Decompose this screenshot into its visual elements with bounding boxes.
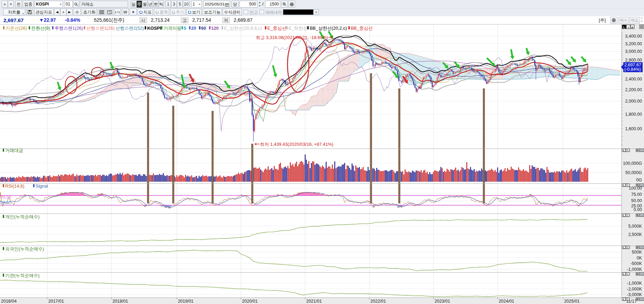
svg-text:L: L	[623, 149, 625, 152]
svg-text:2016/04: 2016/04	[1, 299, 17, 304]
svg-text:2023/01: 2023/01	[435, 299, 450, 304]
svg-text:0G: 0G	[636, 178, 642, 182]
svg-text:2017/01: 2017/01	[48, 299, 64, 304]
svg-text:I: I	[627, 184, 628, 187]
svg-text:2022/01: 2022/01	[370, 299, 386, 304]
svg-text:개인(누적순매수): 개인(누적순매수)	[5, 214, 40, 219]
svg-text:거래대금: 거래대금	[5, 148, 23, 153]
svg-text:X: X	[641, 273, 643, 275]
svg-text:2018/01: 2018/01	[113, 299, 128, 304]
svg-text:I: I	[627, 214, 628, 217]
svg-text:전환선(9): 전환선(9)	[31, 26, 50, 31]
svg-text:2,500K: 2,500K	[628, 232, 642, 237]
svg-text:선행스팬1(26): 선행스팬1(26)	[86, 26, 115, 31]
svg-text:기관(누적순매수): 기관(누적순매수)	[5, 273, 40, 278]
svg-text:100,000G: 100,000G	[623, 161, 642, 166]
svg-text:BB_중심선: BB_중심선	[351, 26, 373, 31]
svg-text:-1,000K: -1,000K	[627, 267, 642, 272]
svg-text:RSI(14,6): RSI(14,6)	[5, 183, 25, 189]
svg-text:BB_상한선(20,2,c): BB_상한선(20,2,c)	[310, 26, 347, 31]
svg-text:R: R	[632, 26, 634, 29]
svg-text:기준선(26): 기준선(26)	[6, 26, 27, 31]
svg-text:I: I	[627, 149, 628, 152]
svg-text:최고 3,316.08(2021/06/21, -18.65: 최고 3,316.08(2021/06/21, -18.65%)	[256, 35, 328, 40]
svg-text:X: X	[641, 184, 643, 187]
svg-text:X: X	[641, 149, 643, 152]
svg-text:5: 5	[184, 26, 186, 31]
svg-text:2,800.00: 2,800.00	[625, 58, 642, 63]
svg-text:Signal: Signal	[36, 183, 48, 189]
svg-text:X: X	[641, 214, 643, 217]
svg-text:L: L	[623, 298, 625, 301]
svg-text:가격이평: 가격이평	[163, 26, 181, 31]
svg-text:I: I	[627, 273, 628, 275]
svg-text:L: L	[623, 214, 625, 217]
svg-text:L: L	[623, 246, 625, 249]
svg-text:2,697.67: 2,697.67	[624, 63, 641, 67]
svg-text:3,400.00: 3,400.00	[625, 34, 642, 39]
svg-text:-2,000K: -2,000K	[627, 287, 642, 292]
svg-text:2021/01: 2021/01	[306, 299, 322, 304]
svg-text:KOSPI: KOSPI	[147, 26, 161, 31]
svg-text:120: 120	[211, 26, 219, 31]
svg-text:50,000G: 50,000G	[625, 170, 642, 175]
svg-text:2024/01: 2024/01	[499, 299, 514, 304]
svg-text:500K: 500K	[632, 250, 642, 255]
svg-text:2020/01: 2020/01	[242, 299, 257, 304]
svg-text:1,600.00: 1,600.00	[625, 126, 642, 131]
svg-text:2,400.00: 2,400.00	[625, 77, 642, 82]
svg-text:3,000.00: 3,000.00	[625, 49, 642, 54]
svg-text:-3,000K: -3,000K	[627, 292, 642, 297]
svg-text:2025/01: 2025/01	[564, 299, 579, 304]
svg-text:0.00: 0.00	[634, 207, 642, 212]
svg-text:I: I	[627, 298, 628, 301]
svg-text:X: X	[641, 246, 643, 249]
svg-text:1,800.00: 1,800.00	[625, 112, 642, 117]
svg-text:-1,000K: -1,000K	[627, 281, 642, 286]
svg-text:5,000K: 5,000K	[628, 224, 642, 229]
svg-text:30.00: 30.00	[1, 200, 11, 205]
svg-text:-500K: -500K	[631, 261, 642, 266]
svg-text:L: L	[623, 184, 625, 187]
svg-text:60: 60	[201, 26, 206, 31]
svg-text:E_상한선(20,6,6,c): E_상한선(20,6,6,c)	[224, 26, 262, 31]
svg-text:75.00: 75.00	[631, 192, 642, 197]
svg-text:E_하한선: E_하한선	[289, 26, 308, 31]
svg-text:2019/01: 2019/01	[178, 299, 193, 304]
svg-text:I: I	[628, 26, 628, 29]
svg-text:후행스팬1(26): 후행스팬1(26)	[55, 26, 83, 31]
svg-text:최저 1,439.43(2020/03/16, +87.41: 최저 1,439.43(2020/03/16, +87.41%)	[260, 142, 333, 147]
svg-text:100.00: 100.00	[629, 186, 642, 191]
svg-text:70.00: 70.00	[1, 195, 11, 200]
svg-text:외국인(누적순매수): 외국인(누적순매수)	[5, 246, 44, 251]
svg-text:0K: 0K	[637, 256, 642, 260]
svg-text:(-0.84%): (-0.84%)	[624, 67, 641, 72]
svg-text:2,000.00: 2,000.00	[625, 99, 642, 104]
svg-text:20: 20	[191, 26, 196, 31]
svg-text:E_중심선: E_중심선	[267, 26, 286, 31]
svg-text:X: X	[641, 298, 643, 301]
svg-text:2,200.00: 2,200.00	[625, 87, 642, 92]
svg-text:50.00: 50.00	[631, 198, 642, 203]
svg-text:L: L	[623, 26, 625, 29]
svg-text:선행스팬2(52): 선행스팬2(52)	[116, 26, 144, 31]
svg-text:3,200.00: 3,200.00	[625, 41, 642, 46]
svg-text:I: I	[627, 246, 628, 249]
svg-text:L: L	[623, 273, 625, 275]
